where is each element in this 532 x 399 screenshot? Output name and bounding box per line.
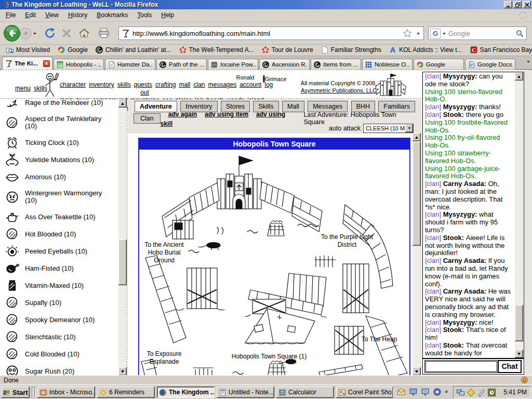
browser-tab[interactable]: Items from ...: [311, 59, 361, 70]
envelope-icon[interactable]: [397, 388, 406, 396]
close-tab-icon[interactable]: ×: [43, 60, 50, 67]
charpane-scrollbar[interactable]: [118, 99, 127, 376]
bookmark-item[interactable]: Tour de Louvre: [258, 45, 317, 55]
nav-link[interactable]: account: [240, 81, 261, 88]
reload-button[interactable]: [44, 27, 56, 39]
nav-link[interactable]: messages: [208, 81, 236, 88]
tab-list-dropdown-icon[interactable]: [527, 61, 530, 63]
print-button[interactable]: [98, 27, 110, 39]
search-input[interactable]: [448, 29, 513, 38]
nav-link[interactable]: quests: [134, 81, 152, 88]
browser-tab[interactable]: Google Docs...: [465, 59, 515, 70]
shield-tray-icon[interactable]: [467, 388, 475, 397]
overflow-chevron-icon[interactable]: »: [445, 388, 448, 394]
scrollbar-thumb[interactable]: [413, 142, 421, 246]
nav-link[interactable]: character: [60, 81, 86, 88]
nav-link[interactable]: clan: [193, 81, 205, 88]
close-icon[interactable]: [523, 1, 531, 8]
minimize-button[interactable]: [504, 1, 512, 8]
forward-button[interactable]: [20, 28, 32, 39]
chat-send-button[interactable]: Chat: [498, 360, 522, 373]
scroll-down-icon[interactable]: [515, 350, 523, 358]
bookmark-item[interactable]: Chillin' and Loathin' at...: [91, 45, 175, 55]
taskbar-button[interactable]: Calculator: [276, 387, 334, 398]
clock-tray-icon[interactable]: [487, 388, 496, 397]
player-icon[interactable]: [433, 388, 442, 396]
menu-item[interactable]: Tools: [132, 9, 156, 21]
publisher-link[interactable]: Asymmetric Publications, LLC: [301, 87, 377, 94]
network-tray-icon[interactable]: [456, 388, 465, 397]
taskbar-button[interactable]: The Kingdom ...: [157, 387, 215, 398]
browser-tab[interactable]: Google: [414, 59, 464, 70]
map-label-burial-ground[interactable]: To the Ancient Hobo Burial Ground: [140, 241, 188, 264]
chat-scrollbar[interactable]: [515, 72, 523, 358]
stop-button[interactable]: [61, 28, 72, 39]
start-button[interactable]: Start: [1, 387, 30, 398]
bookmark-item[interactable]: CSan Francisco Bay Ar...: [466, 45, 532, 55]
adv-link[interactable]: adv using item: [205, 111, 248, 118]
taskbar-button[interactable]: Inbox - Microso...: [37, 387, 95, 398]
map-label-heap[interactable]: To The Heap: [353, 336, 405, 343]
pen-tray-icon[interactable]: [477, 388, 486, 397]
taskbar-button[interactable]: Untitled - Note...: [217, 387, 274, 398]
scroll-up-icon[interactable]: [118, 99, 127, 108]
antler-icon: [5, 99, 19, 110]
map-label-exposure-esplanade[interactable]: To Exposure Esplanade: [139, 350, 189, 366]
bookmark-item[interactable]: Most Visited: [2, 45, 54, 55]
auto-attack-select[interactable]: CLEESH (10 Mu: [363, 124, 414, 133]
url-dropdown-icon[interactable]: [417, 33, 420, 35]
menu-item[interactable]: View: [41, 9, 63, 21]
scrollbar-thumb[interactable]: [118, 240, 127, 285]
search-engine-icon[interactable]: G: [430, 29, 441, 38]
browser-tab[interactable]: Path of the ...: [156, 59, 207, 70]
browser-tab[interactable]: Noblesse O...: [362, 59, 413, 70]
map-label-purple-light-district[interactable]: To the Purple Light District: [317, 233, 377, 249]
url-input[interactable]: [132, 28, 397, 38]
nav-link[interactable]: inventory: [89, 81, 114, 88]
bookmark-item[interactable]: Google: [54, 45, 91, 55]
home-button[interactable]: [78, 27, 90, 39]
scroll-up-icon[interactable]: [413, 133, 421, 141]
browser-tab[interactable]: Iocaine Pow...: [208, 59, 258, 70]
scroll-down-icon[interactable]: [118, 367, 127, 376]
clan-button[interactable]: Clan: [134, 113, 161, 124]
bookmark-item[interactable]: The Well-Tempered A...: [175, 45, 258, 55]
map-label-town-square[interactable]: Hobopolis Town Square (1): [212, 353, 326, 361]
taskbar-button[interactable]: 6 Reminders: [97, 387, 155, 398]
nav-link[interactable]: mall: [179, 81, 190, 88]
scroll-up-icon[interactable]: [515, 72, 523, 81]
menu-item[interactable]: Edit: [20, 9, 41, 21]
adv-link[interactable]: adv again: [168, 111, 197, 118]
taskbar-button[interactable]: Corel Paint Sho...: [336, 387, 394, 398]
browser-tab[interactable]: Ascension R...: [259, 59, 310, 70]
scrollbar-thumb[interactable]: [515, 305, 523, 341]
menu-item[interactable]: File: [1, 9, 20, 21]
bookmark-item[interactable]: Familiar Strengths: [317, 45, 385, 55]
monitor-icon[interactable]: [409, 388, 418, 396]
chat-message: [clan]Mysyzygycan you ode me stook?: [425, 73, 514, 88]
browser-tab[interactable]: The Ki...×: [2, 57, 52, 70]
castle-doodle-icon: [375, 73, 406, 98]
menu-item[interactable]: Help: [156, 9, 179, 21]
back-button[interactable]: [3, 24, 21, 42]
restore-button[interactable]: [513, 1, 522, 8]
computer-icon[interactable]: [421, 388, 430, 396]
search-icon[interactable]: [515, 29, 524, 38]
search-engine-dropdown-icon[interactable]: [443, 33, 446, 35]
chat-input[interactable]: [425, 361, 497, 372]
back-history-dropdown-icon[interactable]: [33, 33, 36, 35]
scroll-down-icon[interactable]: [413, 367, 421, 376]
browser-tab[interactable]: Hamster Da...: [105, 59, 155, 70]
menu-item[interactable]: Bookmarks: [92, 9, 132, 21]
nav-link[interactable]: skills: [117, 81, 131, 88]
bookmark-star-icon[interactable]: [403, 29, 412, 38]
nav-link[interactable]: crafting: [155, 81, 176, 88]
menu-item[interactable]: History: [63, 9, 92, 21]
map-body[interactable]: To the Ancient Hobo Burial Ground To the…: [139, 150, 409, 376]
browser-tab[interactable]: Hobopolis - ...: [54, 59, 104, 70]
smiley-status-icon[interactable]: [521, 376, 528, 384]
mainframe-scrollbar[interactable]: [413, 133, 421, 376]
bookmark-item[interactable]: AKOL Addicts :: View t...: [385, 45, 466, 55]
nav-link[interactable]: menu: [15, 85, 31, 92]
chevron-down-icon[interactable]: [405, 124, 413, 132]
